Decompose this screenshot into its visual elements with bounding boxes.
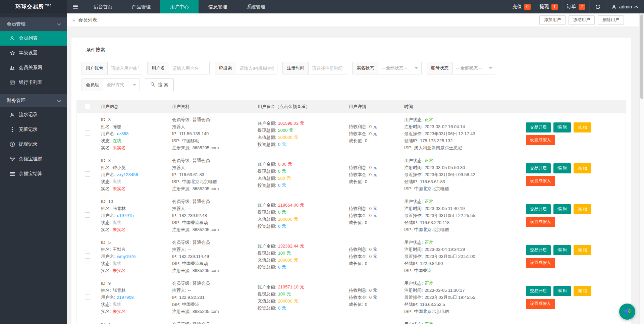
set-fake-button[interactable]: 设置成假人 [526, 258, 555, 268]
balance-amount[interactable]: 101598.03 [278, 121, 299, 126]
username-link[interactable]: z197908 [117, 295, 134, 300]
sound-button[interactable] [619, 304, 635, 320]
sidebar-group-finance-management[interactable]: 财务管理 [0, 94, 67, 107]
balance-amount[interactable]: 219664.00 [278, 203, 299, 208]
edit-button[interactable]: 编 辑 [553, 204, 571, 214]
delete-user-button[interactable]: 删除用户 [598, 15, 624, 25]
edit-button[interactable]: 编 辑 [553, 245, 571, 255]
freeze-button[interactable]: 冻 结 [574, 286, 591, 296]
freeze-button[interactable]: 冻 结 [574, 122, 591, 132]
scrollbar-thumb[interactable] [640, 14, 643, 99]
freeze-button[interactable]: 冻 结 [574, 245, 591, 255]
user-funds-cell: 账户余额:0.00元 提现总额:0元 充值总额:500元 投资总额:0元 [254, 161, 345, 189]
sidebar-item-member-list[interactable]: 会员列表 [0, 31, 67, 46]
balance-amount[interactable]: 0.00 [278, 162, 286, 167]
sidebar-item-flow-records[interactable]: 流水记录 [0, 107, 67, 122]
username-link[interactable]: zxy123456 [117, 172, 138, 177]
account-status-select[interactable]: -- 全部状态 -- [453, 62, 496, 74]
sidebar-item-yuebao-settlement[interactable]: 余额宝结算 [0, 166, 67, 181]
refresh-icon[interactable] [589, 0, 606, 13]
edit-button[interactable]: 编 辑 [553, 122, 571, 132]
topnav-item-products[interactable]: 产品管理 [122, 0, 160, 13]
scrollbar[interactable] [639, 13, 644, 324]
username-field-group: 用户名 [147, 62, 210, 74]
sidebar-item-member-network[interactable]: 会员关系网 [0, 60, 67, 75]
invest-amount[interactable]: 0 [278, 306, 280, 311]
column-user-funds: 用户资金（点击金额查看） [254, 104, 345, 110]
trade-toggle-button[interactable]: 交易开启 [526, 163, 551, 173]
hamburger-icon[interactable] [67, 0, 84, 13]
recharge-amount[interactable]: 200000 [278, 299, 292, 304]
withdraw-amount[interactable]: 0 [278, 169, 280, 174]
sidebar-group-member-management[interactable]: 会员管理 [0, 17, 67, 31]
list-icon [9, 171, 15, 177]
trade-toggle-button[interactable]: 交易开启 [526, 204, 551, 214]
search-button[interactable]: 搜 索 [145, 78, 174, 91]
trade-toggle-button[interactable]: 交易开启 [526, 122, 551, 132]
sidebar-item-level-settings[interactable]: 等级设置 [0, 46, 67, 60]
withdraw-amount[interactable]: 0 [278, 210, 280, 215]
add-user-button[interactable]: 添加用户 [539, 15, 566, 25]
topnav-item-user-center[interactable]: 用户中心 [160, 0, 199, 13]
time-cell: 用户状态:正常 注册时间:2023-03-04 19:12:52 最近操作: 登… [400, 321, 522, 324]
recharge-amount[interactable]: 500 [278, 176, 285, 181]
sidebar-item-recharge-records[interactable]: 充值记录 [0, 122, 67, 137]
row-checkbox[interactable] [85, 253, 90, 259]
username-link[interactable]: cz888 [117, 131, 129, 136]
set-fake-button[interactable]: 设置成假人 [526, 176, 555, 186]
member-group-select[interactable]: 全部方式 [103, 79, 140, 91]
freeze-user-button[interactable]: 冻结用户 [569, 15, 595, 25]
username-link[interactable]: c197915 [117, 213, 134, 218]
user-status: 正常 [425, 158, 433, 163]
user-profile-cell: 会员等级:普通会员 推荐人:-- IP:182.239.92.48 ISP:中国… [168, 198, 254, 233]
account-input[interactable] [108, 62, 142, 74]
invest-amount[interactable]: 0 [278, 183, 280, 188]
set-fake-button[interactable]: 设置成假人 [526, 135, 555, 145]
invest-amount[interactable]: 0 [278, 142, 280, 147]
trade-toggle-button[interactable]: 交易开启 [526, 286, 551, 296]
user-status: 正常 [425, 117, 433, 122]
set-fake-button[interactable]: 设置成假人 [526, 217, 555, 227]
invest-amount[interactable]: 0 [278, 265, 280, 270]
edit-button[interactable]: 编 辑 [553, 163, 571, 173]
username-link[interactable]: wmy1976 [117, 254, 136, 259]
username-input[interactable] [169, 62, 209, 74]
order-quick[interactable]: 订单 2 [562, 0, 589, 13]
sidebar-item-yuebao-invest[interactable]: 余额宝理财 [0, 152, 67, 166]
row-checkbox[interactable] [85, 294, 90, 300]
sidebar-item-withdraw-records[interactable]: 提现记录 [0, 137, 67, 152]
withdraw-amount[interactable]: 5000 [278, 128, 288, 133]
edit-button[interactable]: 编 辑 [553, 286, 571, 296]
withdraw-amount[interactable]: 100 [278, 291, 285, 296]
recharge-quick[interactable]: 充值 0 [508, 0, 535, 13]
table-row: ID:5 姓名:王默言 用户名:wmy1976 状态:离线 实名:未实名 会员等… [77, 236, 626, 277]
balance-amount[interactable]: 219571.10 [278, 284, 299, 289]
row-checkbox[interactable] [85, 130, 90, 136]
withdraw-amount[interactable]: 100 [278, 251, 285, 256]
topnav-item-information[interactable]: 信息管理 [199, 0, 237, 13]
set-fake-button[interactable]: 设置成假人 [526, 299, 555, 309]
freeze-button[interactable]: 冻 结 [574, 204, 591, 214]
users-icon [9, 65, 15, 71]
row-checkbox[interactable] [85, 171, 90, 177]
topbar-right: 充值 0 提现 1 订单 2 admin [508, 0, 644, 13]
withdraw-quick[interactable]: 提现 1 [535, 0, 562, 13]
topnav-item-dashboard[interactable]: 后台首页 [84, 0, 122, 13]
realname-status-select[interactable]: -- 全部状态 -- [378, 62, 421, 74]
user-menu[interactable]: admin [606, 0, 644, 13]
invest-amount[interactable]: 0 [278, 224, 280, 229]
recharge-amount[interactable]: 100000 [278, 258, 292, 263]
user-icon [611, 4, 617, 10]
freeze-button[interactable]: 冻 结 [574, 163, 591, 173]
dots-vertical-icon [9, 127, 15, 132]
trade-toggle-button[interactable]: 交易开启 [526, 245, 551, 255]
sidebar-item-bankcard-list[interactable]: 银行卡列表 [0, 75, 67, 90]
balance-amount[interactable]: 132382.44 [278, 244, 299, 249]
select-all-checkbox[interactable] [85, 104, 90, 109]
register-time-input[interactable] [309, 62, 347, 74]
recharge-amount[interactable]: 100000 [278, 135, 292, 140]
recharge-amount[interactable]: 200000 [278, 217, 292, 222]
ip-search-input[interactable] [236, 62, 277, 74]
topnav-item-system[interactable]: 系统管理 [237, 0, 275, 13]
row-checkbox[interactable] [85, 212, 90, 218]
